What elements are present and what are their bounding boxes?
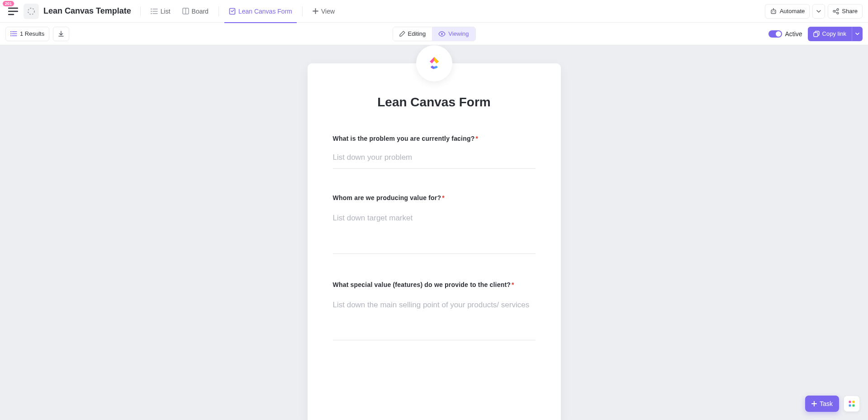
- field-input-problem[interactable]: [333, 150, 536, 169]
- svg-rect-25: [853, 405, 855, 407]
- required-marker: *: [475, 135, 478, 142]
- mode-editing-button[interactable]: Editing: [393, 27, 432, 41]
- field-input-value-for[interactable]: [333, 210, 536, 254]
- svg-rect-21: [814, 33, 818, 37]
- tab-board[interactable]: Board: [178, 0, 213, 23]
- svg-point-11: [773, 8, 774, 9]
- form-card: Lean Canvas Form What is the problem you…: [308, 63, 561, 420]
- tab-list[interactable]: List: [146, 0, 175, 23]
- plus-icon: [811, 401, 817, 406]
- automate-label: Automate: [780, 8, 805, 14]
- field-label: What is the problem you are currently fa…: [333, 135, 536, 142]
- svg-point-17: [10, 31, 11, 32]
- board-icon: [182, 8, 189, 14]
- floating-actions: Task: [805, 396, 860, 412]
- svg-point-19: [10, 35, 11, 36]
- share-button[interactable]: Share: [828, 4, 863, 19]
- tab-add-view[interactable]: View: [308, 0, 339, 23]
- divider: [140, 6, 141, 16]
- form-title: Lean Canvas Form: [333, 95, 536, 110]
- download-button[interactable]: [53, 27, 69, 41]
- mode-toggle-group: Editing Viewing: [392, 27, 475, 41]
- plus-icon: [313, 8, 318, 14]
- share-label: Share: [842, 8, 858, 14]
- top-header: 201 Lean Canvas Template List Board Lean…: [0, 0, 868, 23]
- mode-editing-label: Editing: [408, 30, 426, 37]
- tab-label: Board: [192, 8, 209, 15]
- form-field-value-for: Whom are we producing value for?*: [333, 194, 536, 256]
- tab-label: View: [321, 8, 335, 15]
- tab-label: List: [161, 8, 171, 15]
- automate-dropdown-button[interactable]: [812, 4, 825, 19]
- apps-grid-icon: [848, 400, 855, 407]
- results-button[interactable]: 1 Results: [5, 27, 49, 41]
- automate-button[interactable]: Automate: [765, 4, 810, 19]
- results-icon: [10, 31, 17, 37]
- copy-link-group: Copy link: [808, 27, 863, 41]
- divider: [218, 6, 219, 16]
- field-label: Whom are we producing value for?*: [333, 194, 536, 201]
- copy-link-dropdown-button[interactable]: [852, 27, 863, 41]
- form-toolbar: 1 Results Editing Viewing Active Copy li…: [0, 23, 868, 45]
- template-avatar[interactable]: [24, 4, 39, 19]
- copy-link-label: Copy link: [822, 30, 846, 37]
- form-field-problem: What is the problem you are currently fa…: [333, 135, 536, 169]
- form-icon: [229, 8, 236, 15]
- share-icon: [833, 8, 839, 14]
- svg-point-2: [151, 10, 152, 12]
- svg-point-8: [772, 11, 773, 12]
- form-logo: [416, 45, 452, 81]
- chevron-down-icon: [855, 33, 859, 35]
- new-task-button[interactable]: Task: [805, 396, 839, 412]
- pencil-icon: [399, 31, 405, 37]
- mode-viewing-label: Viewing: [448, 30, 469, 37]
- copy-icon: [813, 31, 820, 37]
- svg-rect-7: [771, 10, 776, 14]
- active-toggle: Active: [768, 30, 802, 38]
- svg-point-13: [837, 9, 839, 10]
- svg-rect-22: [849, 401, 851, 403]
- svg-point-20: [441, 33, 443, 35]
- divider: [302, 6, 303, 16]
- active-label: Active: [785, 30, 802, 38]
- active-switch[interactable]: [768, 30, 782, 38]
- eye-icon: [438, 31, 446, 37]
- page-title[interactable]: Lean Canvas Template: [43, 6, 131, 16]
- svg-point-1: [151, 8, 152, 10]
- svg-point-3: [151, 13, 152, 14]
- hamburger-icon: [8, 7, 18, 15]
- svg-rect-23: [853, 401, 855, 403]
- chevron-down-icon: [816, 10, 821, 13]
- svg-point-9: [774, 11, 775, 12]
- svg-line-16: [835, 12, 837, 13]
- robot-icon: [770, 8, 777, 14]
- dashed-circle-icon: [27, 7, 35, 15]
- required-marker: *: [512, 281, 514, 288]
- download-icon: [58, 31, 64, 37]
- svg-point-12: [833, 10, 835, 12]
- apps-button[interactable]: [844, 396, 860, 412]
- menu-button[interactable]: 201: [5, 4, 21, 19]
- svg-point-0: [28, 8, 34, 14]
- mode-viewing-button[interactable]: Viewing: [432, 27, 475, 41]
- svg-point-18: [10, 33, 11, 34]
- clickup-logo-icon: [425, 54, 443, 72]
- tab-lean-canvas-form[interactable]: Lean Canvas Form: [224, 0, 297, 23]
- field-label: What special value (features) do we prov…: [333, 281, 536, 288]
- notification-badge: 201: [3, 1, 14, 7]
- required-marker: *: [442, 194, 445, 201]
- svg-point-14: [837, 12, 839, 14]
- copy-link-button[interactable]: Copy link: [808, 27, 852, 41]
- field-input-special-value[interactable]: [333, 296, 536, 341]
- task-label: Task: [820, 400, 833, 407]
- results-label: 1 Results: [20, 30, 44, 37]
- svg-rect-24: [849, 405, 851, 407]
- form-canvas[interactable]: Lean Canvas Form What is the problem you…: [0, 45, 868, 420]
- tab-label: Lean Canvas Form: [238, 8, 292, 15]
- form-field-special-value: What special value (features) do we prov…: [333, 281, 536, 343]
- list-icon: [151, 8, 158, 14]
- svg-line-15: [835, 10, 837, 11]
